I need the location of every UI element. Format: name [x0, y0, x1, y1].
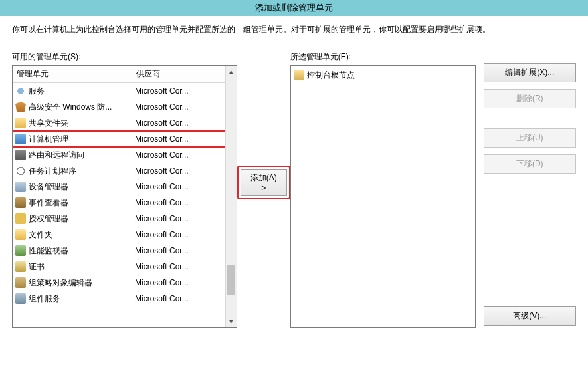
list-item[interactable]: 路由和远程访问Microsoft Cor...	[13, 147, 225, 163]
snapin-icon	[15, 86, 26, 96]
column-header-name[interactable]: 管理单元	[13, 66, 132, 82]
snapin-name: 组策略对象编辑器	[29, 276, 135, 289]
snapin-vendor: Microsoft Cor...	[135, 164, 223, 178]
tree-root-item[interactable]: 控制台根节点	[294, 68, 472, 82]
folder-icon	[294, 70, 304, 80]
snapin-name: 服务	[29, 84, 135, 98]
move-up-button[interactable]: 上移(U)	[484, 128, 576, 148]
list-item[interactable]: 事件查看器Microsoft Cor...	[13, 195, 225, 211]
edit-extensions-button[interactable]: 编辑扩展(X)...	[484, 63, 576, 82]
snapin-vendor: Microsoft Cor...	[135, 228, 223, 241]
snapin-name: 事件查看器	[29, 196, 135, 209]
snapin-icon	[15, 134, 26, 144]
list-item[interactable]: 组策略对象编辑器Microsoft Cor...	[13, 275, 225, 291]
snapin-vendor: Microsoft Cor...	[135, 116, 223, 130]
available-list[interactable]: 管理单元 供应商 服务Microsoft Cor...高级安全 Windows …	[12, 65, 237, 328]
snapin-name: 高级安全 Windows 防...	[29, 100, 135, 114]
snapin-name: 证书	[29, 260, 135, 273]
snapin-icon	[15, 229, 26, 240]
scroll-up-icon[interactable]: ▲	[226, 66, 237, 77]
snapin-icon	[15, 293, 26, 304]
list-item[interactable]: 服务Microsoft Cor...	[13, 83, 225, 99]
snapin-icon	[15, 197, 26, 208]
snapin-vendor: Microsoft Cor...	[135, 84, 223, 98]
move-down-button[interactable]: 下移(D)	[484, 154, 576, 174]
snapin-vendor: Microsoft Cor...	[135, 100, 223, 114]
dialog-title: 添加或删除管理单元	[0, 0, 588, 16]
snapin-name: 授权管理器	[29, 212, 135, 225]
instruction-text: 你可以在计算机上为此控制台选择可用的管理单元并配置所选的一组管理单元。对于可扩展…	[12, 24, 576, 35]
snapin-name: 任务计划程序	[29, 164, 135, 178]
list-item[interactable]: 高级安全 Windows 防...Microsoft Cor...	[13, 99, 225, 115]
available-label: 可用的管理单元(S):	[12, 51, 237, 62]
snapin-icon	[15, 182, 26, 192]
snapin-vendor: Microsoft Cor...	[135, 212, 223, 225]
snapin-vendor: Microsoft Cor...	[135, 276, 223, 289]
list-item[interactable]: 性能监视器Microsoft Cor...	[13, 243, 225, 259]
snapin-icon	[15, 166, 26, 176]
snapin-name: 路由和远程访问	[29, 148, 135, 162]
selected-tree[interactable]: 控制台根节点	[290, 65, 476, 328]
list-item[interactable]: 共享文件夹Microsoft Cor...	[13, 115, 225, 131]
scroll-thumb[interactable]	[227, 265, 235, 295]
add-button-highlight: 添加(A) >	[237, 166, 290, 199]
snapin-icon	[15, 245, 26, 256]
remove-button[interactable]: 删除(R)	[484, 89, 576, 108]
snapin-vendor: Microsoft Cor...	[135, 244, 223, 257]
list-item[interactable]: 文件夹Microsoft Cor...	[13, 227, 225, 243]
snapin-vendor: Microsoft Cor...	[135, 132, 223, 146]
snapin-vendor: Microsoft Cor...	[135, 196, 223, 209]
list-item[interactable]: 设备管理器Microsoft Cor...	[13, 179, 225, 195]
snapin-vendor: Microsoft Cor...	[135, 260, 223, 273]
list-item[interactable]: 任务计划程序Microsoft Cor...	[13, 163, 225, 179]
snapin-name: 计算机管理	[29, 132, 135, 146]
list-item[interactable]: 计算机管理Microsoft Cor...	[13, 131, 225, 147]
list-item[interactable]: 授权管理器Microsoft Cor...	[13, 211, 225, 227]
list-item[interactable]: 组件服务Microsoft Cor...	[13, 291, 225, 306]
snapin-name: 组件服务	[29, 292, 135, 305]
snapin-vendor: Microsoft Cor...	[135, 148, 223, 162]
column-header-vendor[interactable]: 供应商	[132, 66, 225, 82]
available-scrollbar[interactable]: ▲ ▼	[225, 66, 237, 327]
selected-label: 所选管理单元(E):	[290, 51, 476, 62]
snapin-icon	[15, 213, 26, 224]
snapin-vendor: Microsoft Cor...	[135, 180, 223, 193]
list-item[interactable]: 证书Microsoft Cor...	[13, 259, 225, 275]
advanced-button[interactable]: 高级(V)...	[484, 306, 576, 326]
snapin-vendor: Microsoft Cor...	[135, 292, 223, 305]
snapin-name: 共享文件夹	[29, 116, 135, 130]
snapin-icon	[15, 150, 26, 160]
snapin-name: 性能监视器	[29, 244, 135, 257]
available-list-header: 管理单元 供应商	[13, 66, 225, 83]
scroll-down-icon[interactable]: ▼	[226, 316, 237, 327]
tree-root-label: 控制台根节点	[307, 68, 355, 82]
add-button[interactable]: 添加(A) >	[241, 169, 287, 196]
snapin-name: 设备管理器	[29, 180, 135, 193]
snapin-icon	[15, 261, 26, 272]
snapin-icon	[15, 118, 26, 128]
snapin-name: 文件夹	[29, 228, 135, 241]
snapin-icon	[15, 102, 26, 112]
snapin-icon	[15, 277, 26, 288]
